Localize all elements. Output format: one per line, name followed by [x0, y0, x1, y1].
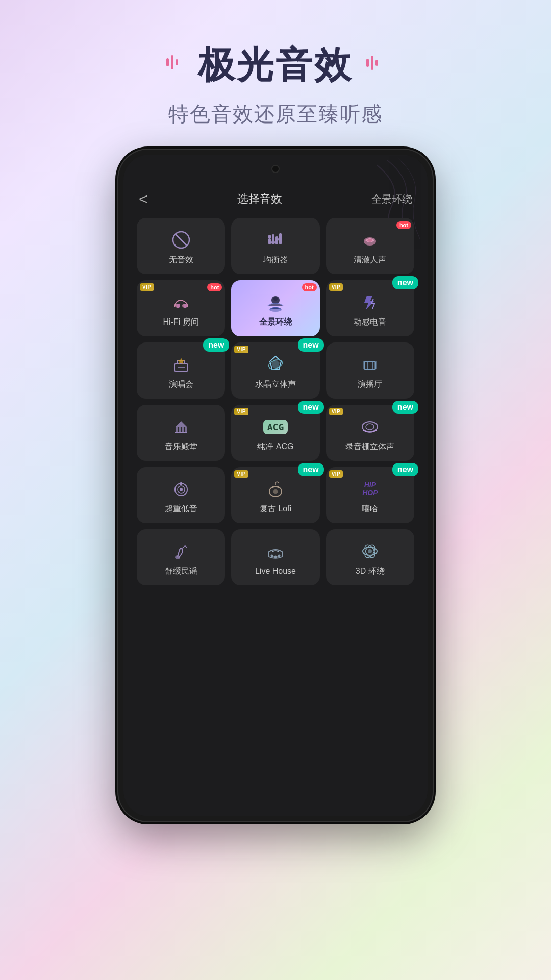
svg-rect-37 [176, 427, 178, 432]
acg-label: 纯净 ACG [257, 442, 293, 451]
vip-badge-hifi: VIP [140, 283, 154, 291]
effect-studio[interactable]: 演播厅 [326, 342, 414, 399]
3d-label: 3D 环绕 [356, 566, 385, 576]
svg-point-24 [269, 308, 282, 312]
effect-retro-lofi[interactable]: VIP new 复古 Lofi [231, 467, 319, 523]
svg-point-42 [362, 422, 378, 432]
effect-music-palace[interactable]: 音乐殿堂 [137, 405, 225, 461]
svg-rect-5 [375, 60, 378, 66]
sound-icon-left [163, 50, 188, 81]
effect-heavy-bass[interactable]: 超重低音 [137, 467, 225, 523]
svg-rect-39 [182, 427, 184, 432]
effect-equalizer[interactable]: 均衡器 [231, 218, 319, 274]
svg-rect-0 [166, 58, 169, 66]
effect-clear-voice[interactable]: hot 清澈人声 [326, 218, 414, 274]
svg-point-51 [175, 555, 180, 559]
svg-rect-34 [363, 361, 365, 369]
effect-hiphop[interactable]: VIP new HIPHOP 嘻哈 [326, 467, 414, 523]
svg-point-13 [271, 241, 275, 244]
svg-point-12 [268, 235, 271, 239]
effects-grid: 无音效 均衡器 hot [134, 218, 417, 585]
equalizer-label: 均衡器 [263, 255, 288, 264]
clear-voice-icon [359, 229, 381, 251]
sound-icon-right [363, 51, 388, 81]
effect-crystal[interactable]: VIP new 水晶立体声 [231, 342, 319, 399]
palace-icon [170, 416, 192, 437]
lofi-label: 复古 Lofi [260, 504, 291, 513]
nav-page-title: 选择音效 [237, 191, 282, 207]
new-badge-lofi: new [298, 463, 324, 476]
svg-rect-38 [179, 427, 181, 432]
svg-point-62 [368, 549, 372, 553]
crystal-icon [265, 354, 286, 375]
svg-rect-1 [171, 55, 173, 69]
page-title: 极光音效 [198, 41, 353, 90]
svg-rect-35 [374, 361, 377, 369]
svg-rect-20 [177, 304, 180, 308]
svg-point-46 [180, 488, 183, 491]
studio-icon [359, 354, 381, 375]
new-badge-acg: new [298, 401, 324, 414]
bass-label: 超重低音 [165, 504, 197, 513]
effect-3d[interactable]: 3D 环绕 [326, 529, 414, 585]
back-button[interactable]: < [139, 190, 148, 208]
svg-point-14 [275, 238, 279, 241]
equalizer-icon [265, 229, 286, 251]
effect-hifi[interactable]: VIP hot Hi-Fi 房间 [137, 280, 225, 336]
svg-rect-21 [184, 304, 187, 308]
effect-recording[interactable]: VIP new 录音棚立体声 [326, 405, 414, 461]
svg-rect-40 [185, 427, 187, 432]
folk-label: 舒缓民谣 [165, 566, 197, 576]
folk-icon [170, 541, 192, 562]
vip-badge-lofi: VIP [234, 470, 248, 478]
svg-rect-4 [371, 56, 373, 70]
recording-icon [359, 416, 381, 437]
palace-label: 音乐殿堂 [165, 442, 197, 451]
svg-point-49 [273, 489, 278, 494]
vip-badge-acg: VIP [234, 408, 248, 415]
new-badge-dynamic: new [392, 276, 418, 289]
title-row: 极光音效 [20, 41, 531, 90]
dynamic-icon [359, 291, 381, 313]
svg-point-43 [366, 424, 374, 430]
phone-mockup: < 选择音效 全景环绕 无音效 [117, 149, 434, 822]
svg-point-15 [279, 234, 282, 237]
effect-concert[interactable]: new 演唱会 [137, 342, 225, 399]
svg-rect-31 [364, 362, 375, 369]
screen-content: < 选择音效 全景环绕 无音效 [123, 155, 428, 816]
panoramic-icon [265, 291, 286, 313]
livehouse-label: Live House [255, 566, 296, 576]
effect-folk[interactable]: 舒缓民谣 [137, 529, 225, 585]
hifi-icon [170, 291, 192, 313]
hiphop-label: 嘻哈 [362, 504, 378, 513]
new-badge-recording: new [392, 401, 418, 414]
crystal-label: 水晶立体声 [255, 379, 296, 389]
concert-icon [170, 354, 192, 375]
effect-live-house[interactable]: Live House [231, 529, 319, 585]
svg-rect-3 [366, 59, 369, 67]
effect-no-effect[interactable]: 无音效 [137, 218, 225, 274]
no-effect-icon [170, 229, 192, 251]
livehouse-icon [265, 541, 286, 562]
no-effect-label: 无音效 [169, 255, 193, 264]
hot-badge-clear-voice: hot [396, 221, 411, 229]
hot-badge-panoramic: hot [302, 283, 317, 291]
bass-icon [170, 478, 192, 500]
new-badge-hiphop: new [392, 463, 418, 476]
panoramic-label: 全景环绕 [259, 317, 292, 327]
recording-label: 录音棚立体声 [345, 442, 394, 451]
concert-label: 演唱会 [169, 379, 193, 389]
svg-point-17 [367, 239, 372, 242]
vip-badge-recording: VIP [329, 408, 343, 415]
effect-panoramic[interactable]: hot 全景环绕 [231, 280, 319, 336]
dynamic-label: 动感电音 [354, 317, 386, 327]
svg-marker-41 [175, 421, 187, 427]
3d-icon [359, 541, 381, 562]
svg-point-23 [273, 297, 278, 301]
new-badge-crystal: new [298, 338, 324, 352]
effect-pure-acg[interactable]: VIP new ACG 纯净 ACG [231, 405, 319, 461]
subtitle: 特色音效还原至臻听感 [20, 100, 531, 128]
effect-dynamic-bass[interactable]: VIP new 动感电音 [326, 280, 414, 336]
vip-badge-hiphop: VIP [329, 470, 343, 478]
new-badge-concert: new [203, 338, 229, 352]
